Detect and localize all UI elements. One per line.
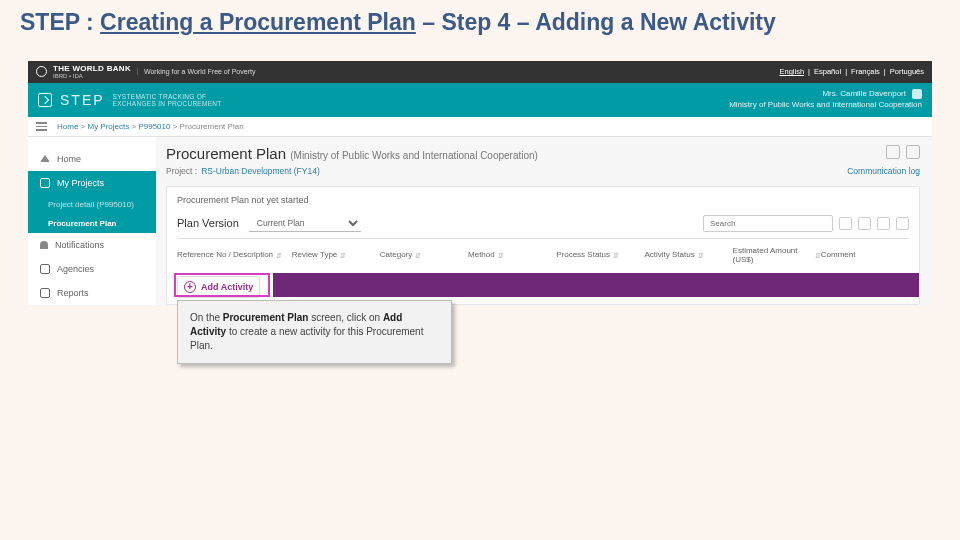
communication-log-link[interactable]: Communication log <box>847 166 920 176</box>
hamburger-icon[interactable] <box>36 122 47 131</box>
purple-strip <box>273 273 919 297</box>
not-started-text: Procurement Plan not yet started <box>177 195 909 205</box>
sidebar-item-my-projects[interactable]: My Projects <box>28 171 156 195</box>
col-method[interactable]: Method⇵ <box>468 247 556 265</box>
add-activity-label: Add Activity <box>201 282 253 292</box>
breadcrumb-current: Procurement Plan <box>180 122 244 131</box>
worldbank-name: THE WORLD BANK <box>53 64 131 73</box>
worldbank-logo-icon <box>36 66 47 77</box>
project-label: Project : <box>166 166 197 176</box>
export-pdf-icon[interactable] <box>886 145 900 159</box>
breadcrumb-my-projects[interactable]: My Projects <box>87 122 129 131</box>
user-name: Mrs. Camille Davenport <box>822 89 906 98</box>
col-category[interactable]: Category⇵ <box>380 247 468 265</box>
worldbank-sub: IBRD • IDA <box>53 73 131 79</box>
sidebar-reports-label: Reports <box>57 288 89 298</box>
plus-icon: + <box>184 281 196 293</box>
table-header: Reference No / Description⇵ Review Type⇵… <box>177 247 909 275</box>
info-icon[interactable] <box>906 145 920 159</box>
agencies-icon <box>40 264 50 274</box>
main-panel: Procurement Plan (Ministry of Public Wor… <box>156 137 932 306</box>
breadcrumb: Home > My Projects > P995010 > Procureme… <box>28 117 932 137</box>
project-link[interactable]: RS-Urban Development (FY14) <box>201 166 320 176</box>
col-estimated-amount[interactable]: Estimated Amount (US$)⇵ <box>733 247 821 265</box>
user-icon[interactable] <box>912 89 922 99</box>
lang-francais[interactable]: Français <box>851 67 880 76</box>
projects-icon <box>40 178 50 188</box>
plan-version-select[interactable]: Current Plan <box>249 215 361 232</box>
breadcrumb-home[interactable]: Home <box>57 122 78 131</box>
page-title-ministry: (Ministry of Public Works and Internatio… <box>290 150 538 161</box>
breadcrumb-project-id[interactable]: P995010 <box>138 122 170 131</box>
sidebar-item-reports[interactable]: Reports <box>28 281 156 305</box>
search-icon[interactable] <box>839 217 852 230</box>
page-title-text: Procurement Plan <box>166 145 286 162</box>
step-brand-text: STEP <box>60 92 105 108</box>
col-comment: Comment <box>821 247 909 265</box>
language-switcher: English| Español| Français| Português <box>779 67 924 76</box>
step-brand-bar: STEP SYSTEMATIC TRACKING OF EXCHANGES IN… <box>28 83 932 117</box>
instruction-callout: On the Procurement Plan screen, click on… <box>177 300 452 364</box>
sidebar-sub-project-detail[interactable]: Project detail (P995010) <box>28 195 156 214</box>
add-activity-row: + Add Activity On the Procurement Plan s… <box>177 276 909 298</box>
slide-title-underlined: Creating a Procurement Plan <box>100 9 416 35</box>
sidebar-item-agencies[interactable]: Agencies <box>28 257 156 281</box>
lang-english[interactable]: English <box>779 67 804 76</box>
slide-title-suffix: Adding a New Activity <box>535 9 776 35</box>
filter-icon[interactable] <box>896 217 909 230</box>
sidebar-item-notifications[interactable]: Notifications <box>28 233 156 257</box>
worldbank-tagline: Working for a World Free of Poverty <box>137 68 255 75</box>
sidebar: Home My Projects Project detail (P995010… <box>28 137 156 306</box>
sidebar-sub-procurement-plan[interactable]: Procurement Plan <box>28 214 156 233</box>
lang-espanol[interactable]: Español <box>814 67 841 76</box>
sidebar-agencies-label: Agencies <box>57 264 94 274</box>
col-process-status[interactable]: Process Status⇵ <box>556 247 644 265</box>
user-info: Mrs. Camille Davenport Ministry of Publi… <box>729 89 922 110</box>
slide-title: STEP : Creating a Procurement Plan – Ste… <box>0 0 960 41</box>
add-activity-button[interactable]: + Add Activity <box>177 276 260 298</box>
home-icon <box>40 155 50 162</box>
plan-panel: Procurement Plan not yet started Plan Ve… <box>166 186 920 306</box>
zoom-in-icon[interactable] <box>858 217 871 230</box>
slide-title-mid: – Step 4 – <box>416 9 535 35</box>
step-logo-icon <box>38 93 52 107</box>
user-org: Ministry of Public Works and Internation… <box>729 100 922 110</box>
sidebar-item-home[interactable]: Home <box>28 147 156 171</box>
col-reference[interactable]: Reference No / Description⇵ <box>177 247 292 265</box>
col-review-type[interactable]: Review Type⇵ <box>292 247 380 265</box>
zoom-out-icon[interactable] <box>877 217 890 230</box>
reports-icon <box>40 288 50 298</box>
worldbank-topbar: THE WORLD BANK IBRD • IDA Working for a … <box>28 61 932 83</box>
lang-portugues[interactable]: Português <box>890 67 924 76</box>
page-title: Procurement Plan (Ministry of Public Wor… <box>166 145 538 162</box>
screenshot-container: THE WORLD BANK IBRD • IDA Working for a … <box>28 61 932 306</box>
sidebar-notifications-label: Notifications <box>55 240 104 250</box>
search-input[interactable] <box>703 215 833 232</box>
sidebar-my-projects-label: My Projects <box>57 178 104 188</box>
col-activity-status[interactable]: Activity Status⇵ <box>644 247 732 265</box>
sidebar-home-label: Home <box>57 154 81 164</box>
plan-version-label: Plan Version <box>177 217 239 229</box>
step-tagline-2: EXCHANGES IN PROCUREMENT <box>113 100 222 107</box>
step-tagline-1: SYSTEMATIC TRACKING OF <box>113 93 222 100</box>
bell-icon <box>40 241 48 249</box>
slide-title-prefix: STEP : <box>20 9 100 35</box>
